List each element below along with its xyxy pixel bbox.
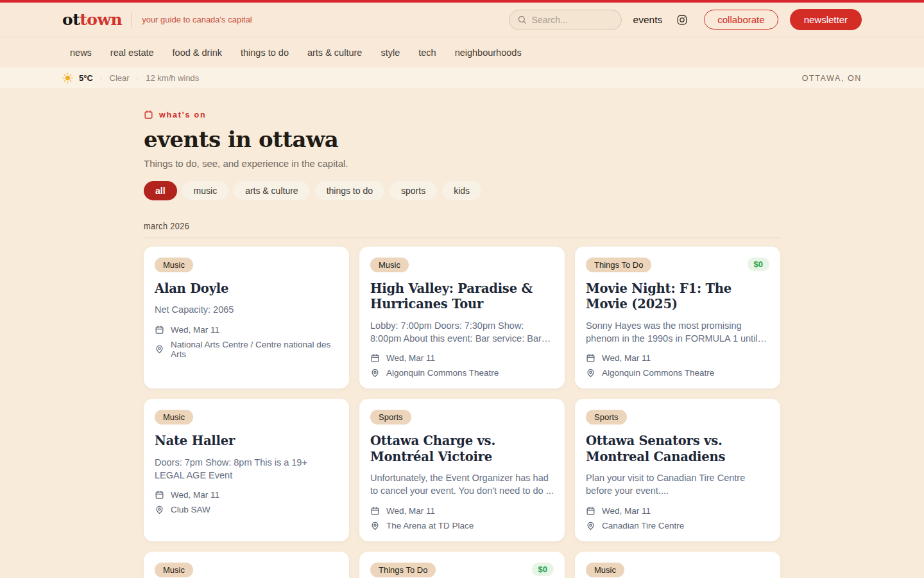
event-card[interactable]: Music Nate Haller Doors: 7pm Show: 8pm T… — [144, 399, 349, 541]
card-top-row: Sports — [370, 410, 554, 425]
event-title[interactable]: High Valley: Paradise & Hurricanes Tour — [370, 281, 554, 313]
newsletter-button[interactable]: newsletter — [790, 9, 862, 30]
collaborate-button[interactable]: collaborate — [704, 10, 778, 30]
nav-item-arts-culture[interactable]: arts & culture — [307, 48, 362, 58]
event-description: Plan your visit to Canadian Tire Centre … — [586, 471, 769, 498]
price-badge: $0 — [748, 258, 769, 271]
category-tag: Music — [370, 258, 409, 272]
event-card[interactable]: Music Alan Doyle Net Capacity: 2065 Wed,… — [144, 247, 349, 389]
event-venue: Canadian Tire Centre — [602, 521, 684, 530]
sun-icon — [62, 73, 73, 83]
price-badge: $0 — [532, 563, 554, 576]
card-top-row: Music — [370, 258, 554, 272]
event-venue: Algonquin Commons Theatre — [602, 368, 714, 378]
location-icon — [155, 344, 164, 354]
category-tag: Sports — [586, 410, 627, 425]
weather-condition: Clear — [110, 73, 130, 83]
filter-pill-kids[interactable]: kids — [442, 181, 481, 200]
event-card[interactable]: Sports Ottawa Senators vs. Montreal Cana… — [575, 399, 780, 541]
event-venue-row: Canadian Tire Centre — [586, 521, 769, 530]
filter-pill-all[interactable]: all — [144, 181, 177, 200]
month-heading: march 2026 — [144, 220, 189, 232]
filter-pill-sports[interactable]: sports — [389, 181, 437, 200]
category-tag: Music — [155, 410, 193, 425]
nav-item-neighbourhoods[interactable]: neighbourhoods — [455, 48, 522, 58]
calendar-icon — [586, 353, 595, 363]
weather-location: OTTAWA, ON — [802, 74, 862, 83]
logo-suffix: town — [80, 10, 122, 29]
nav-item-things-to-do[interactable]: things to do — [241, 48, 289, 58]
event-date-row: Wed, Mar 11 — [370, 353, 554, 363]
event-card[interactable]: Things To Do $0 Dirty Bingo: March 2026 — [359, 552, 565, 578]
page-subtitle: Things to do, see, and experience in the… — [144, 158, 780, 169]
card-top-row: Music — [155, 410, 338, 425]
card-top-row: Music — [155, 563, 338, 577]
event-date: Wed, Mar 11 — [386, 506, 435, 516]
category-tag: Music — [155, 258, 193, 272]
event-date-row: Wed, Mar 11 — [586, 353, 769, 363]
card-top-row: Music — [586, 563, 769, 577]
search-icon — [517, 15, 527, 24]
event-date-row: Wed, Mar 11 — [155, 490, 338, 500]
card-top-row: Sports — [586, 410, 769, 425]
event-description: Doors: 7pm Show: 8pm This is a 19+ LEGAL… — [155, 456, 338, 482]
location-icon — [370, 368, 380, 378]
event-description: Sonny Hayes was the most promising pheno… — [586, 319, 769, 346]
event-date-row: Wed, Mar 11 — [370, 506, 554, 516]
site-logo[interactable]: ottown — [62, 10, 122, 29]
event-card[interactable]: Sports Ottawa Charge vs. Montréal Victoi… — [359, 399, 565, 541]
filter-pill-arts-culture[interactable]: arts & culture — [234, 181, 309, 200]
event-card[interactable]: Music Jay Electronica — [144, 552, 349, 578]
nav-item-food-drink[interactable]: food & drink — [173, 48, 222, 58]
category-tag: Things To Do — [370, 563, 436, 577]
logo-divider — [132, 13, 132, 27]
event-title[interactable]: Alan Doyle — [155, 281, 338, 297]
location-icon — [155, 505, 164, 514]
event-venue-row: Club SAW — [155, 505, 338, 514]
search-input[interactable] — [532, 15, 613, 25]
instagram-icon[interactable] — [676, 14, 688, 26]
calendar-icon — [586, 506, 595, 516]
weather-separator: · — [100, 74, 103, 82]
nav-item-news[interactable]: news — [70, 48, 92, 58]
logo-prefix: ot — [62, 10, 80, 29]
weather-separator: · — [137, 74, 139, 82]
event-meta: Wed, Mar 11 Club SAW — [155, 490, 338, 514]
search-bar[interactable] — [509, 10, 622, 30]
event-title[interactable]: Ottawa Senators vs. Montreal Canadiens — [586, 434, 769, 465]
event-venue: The Arena at TD Place — [386, 521, 474, 530]
event-meta: Wed, Mar 11 Algonquin Commons Theatre — [586, 353, 769, 378]
events-link[interactable]: events — [633, 14, 663, 26]
event-title[interactable]: Ottawa Charge vs. Montréal Victoire — [370, 434, 554, 465]
weather-temp: 5°C — [79, 73, 93, 83]
filter-pill-music[interactable]: music — [182, 181, 229, 200]
nav-item-real-estate[interactable]: real estate — [110, 48, 154, 58]
event-meta: Wed, Mar 11 Algonquin Commons Theatre — [370, 353, 554, 378]
nav-item-tech[interactable]: tech — [418, 48, 436, 58]
event-card[interactable]: Things To Do $0 Movie Night: F1: The Mov… — [575, 247, 780, 389]
event-title[interactable]: Nate Haller — [155, 434, 338, 449]
calendar-icon — [370, 353, 380, 363]
page-title: events in ottawa — [144, 127, 780, 152]
event-card[interactable]: Music Raygun: Retro Night — [575, 552, 780, 578]
calendar-icon — [155, 325, 164, 335]
card-top-row: Things To Do $0 — [370, 563, 554, 577]
event-description: Unfortunately, the Event Organizer has h… — [370, 471, 554, 498]
event-venue: Algonquin Commons Theatre — [386, 368, 499, 378]
nav-item-style[interactable]: style — [381, 48, 400, 58]
event-title[interactable]: Movie Night: F1: The Movie (2025) — [586, 281, 769, 313]
location-icon — [586, 521, 595, 530]
event-venue: National Arts Centre / Centre national d… — [171, 340, 338, 359]
event-venue-row: Algonquin Commons Theatre — [586, 368, 769, 378]
filter-pill-things-to-do[interactable]: things to do — [315, 181, 384, 200]
category-tag: Sports — [370, 410, 411, 425]
event-date-row: Wed, Mar 11 — [155, 325, 338, 335]
site-tagline: your guide to canada's capital — [142, 15, 252, 24]
event-description: Net Capacity: 2065 — [155, 303, 338, 316]
event-venue-row: Algonquin Commons Theatre — [370, 368, 554, 378]
location-icon — [586, 368, 595, 378]
category-tag: Music — [586, 563, 624, 577]
calendar-icon — [144, 110, 153, 119]
event-card[interactable]: Music High Valley: Paradise & Hurricanes… — [359, 247, 565, 389]
event-description: Lobby: 7:00pm Doors: 7:30pm Show: 8:00pm… — [370, 319, 554, 346]
